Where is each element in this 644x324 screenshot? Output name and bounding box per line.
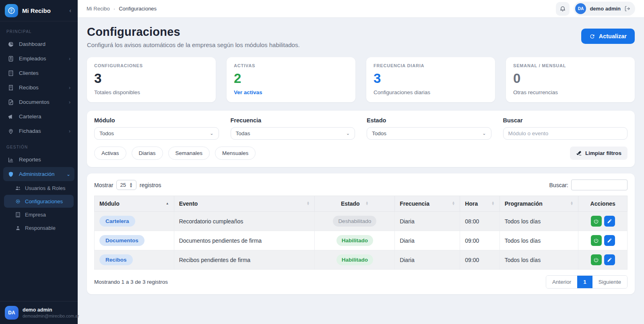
- nav-section-gestion: GESTIÓN: [0, 138, 78, 152]
- sidebar-item-cartelera[interactable]: Cartelera: [3, 109, 74, 124]
- topbar-right: DA demo admin: [556, 2, 635, 16]
- logout-icon[interactable]: [624, 6, 630, 12]
- stat-caption: Otras recurrencias: [513, 89, 627, 95]
- pagination-next[interactable]: Siguiente: [592, 276, 627, 288]
- status-select-value: Todos: [372, 130, 386, 136]
- sort-icon: ▲▼: [567, 202, 573, 206]
- sidebar-subitem-empresa[interactable]: Empresa: [4, 208, 74, 221]
- status-badge: Deshabilitado: [333, 216, 376, 227]
- quick-filter-diarias[interactable]: Diarias: [132, 147, 163, 160]
- chevron-right-icon: ›: [69, 128, 70, 134]
- table-footer-info: Mostrando 1 a 3 de 3 registros: [94, 279, 168, 285]
- sidebar-item-recibos[interactable]: Recibos ›: [3, 80, 74, 95]
- col-modulo[interactable]: Módulo▲: [95, 196, 174, 212]
- frequency-select[interactable]: Todas ⌄: [231, 127, 355, 140]
- quick-filter-semanales[interactable]: Semanales: [168, 147, 210, 160]
- sidebar-item-clientes[interactable]: Clientes: [3, 66, 74, 80]
- sidebar-subitem-usuarios-roles[interactable]: Usuarios & Roles: [4, 182, 74, 194]
- sidebar-user-email: demoadmin@mirecibo.com.ar: [23, 314, 79, 318]
- time-cell: 08:00: [460, 212, 500, 231]
- table-search-input[interactable]: [571, 180, 627, 190]
- sidebar-item-label: Cartelera: [19, 114, 41, 120]
- sidebar-item-label: Reportes: [19, 157, 41, 163]
- records-label: registros: [140, 182, 161, 188]
- module-badge: Documentos: [99, 235, 144, 246]
- toggle-power-button[interactable]: [591, 254, 602, 265]
- quick-filter-mensuales[interactable]: Mensuales: [215, 147, 256, 160]
- stat-cards: CONFIGURACIONES 3 Totales disponibles AC…: [87, 57, 635, 102]
- search-input[interactable]: [503, 127, 628, 140]
- page-size-value: 25: [120, 182, 126, 188]
- topbar: Mi Recibo · Configuraciones DA demo admi…: [78, 0, 644, 18]
- edit-button[interactable]: [604, 254, 615, 265]
- app-logo-icon: [5, 4, 18, 17]
- sidebar-collapse-icon[interactable]: ‹: [69, 7, 73, 14]
- users-icon: [14, 185, 21, 191]
- sort-icon: ▲▼: [303, 202, 310, 206]
- col-hora[interactable]: Hora▲▼: [460, 196, 500, 212]
- sidebar-item-dashboard[interactable]: Dashboard: [3, 37, 74, 51]
- filter-status-label: Estado: [367, 117, 491, 124]
- toggle-power-button[interactable]: [591, 216, 602, 227]
- schedule-cell: Todos los días: [500, 231, 578, 250]
- edit-button[interactable]: [604, 235, 615, 246]
- stat-caption: Configuraciones diarias: [374, 89, 488, 95]
- sidebar-item-label: Recibos: [19, 85, 39, 91]
- event-cell: Recibos pendientes de firma: [174, 250, 315, 270]
- clear-filters-label: Limpiar filtros: [585, 150, 621, 156]
- sidebar-user[interactable]: DA demo admin demoadmin@mirecibo.com.ar: [0, 301, 78, 324]
- edit-button[interactable]: [604, 216, 615, 227]
- sidebar-nav: PRINCIPAL Dashboard Empleados › Clientes…: [0, 21, 78, 301]
- page-size-select[interactable]: 25 ▲▼: [116, 180, 136, 190]
- sidebar-subitem-label: Configuraciones: [25, 198, 63, 204]
- sidebar-item-empleados[interactable]: Empleados ›: [3, 52, 74, 66]
- stat-value: 3: [374, 71, 488, 86]
- quick-filter-activas[interactable]: Activas: [94, 147, 126, 160]
- sidebar-item-documentos[interactable]: Documentos ›: [3, 95, 74, 109]
- avatar: DA: [575, 3, 586, 14]
- sort-icon: ▲▼: [488, 202, 495, 206]
- sidebar-item-label: Empleados: [19, 56, 46, 62]
- building-icon: [14, 211, 21, 218]
- sidebar-item-fichadas[interactable]: Fichadas ›: [3, 124, 74, 138]
- toggle-power-button[interactable]: [591, 235, 602, 246]
- breadcrumb-app[interactable]: Mi Recibo: [87, 6, 110, 12]
- clear-filters-button[interactable]: Limpiar filtros: [570, 147, 627, 160]
- filter-status: Estado Todos ⌄: [367, 117, 491, 140]
- sidebar-subitem-configuraciones[interactable]: Configuraciones: [4, 195, 74, 208]
- gears-icon: [14, 198, 21, 204]
- user-menu[interactable]: DA demo admin: [574, 2, 635, 16]
- time-cell: 09:00: [460, 231, 500, 250]
- stat-caption: Totales disponibles: [94, 89, 208, 95]
- col-estado[interactable]: Estado▲▼: [315, 196, 395, 212]
- sidebar-item-administracion[interactable]: Administración ⌄: [3, 167, 74, 181]
- stat-card-frecuencia-diaria: FRECUENCIA DIARIA 3 Configuraciones diar…: [366, 57, 495, 102]
- col-programacion[interactable]: Programación▲▼: [500, 196, 578, 212]
- col-evento[interactable]: Evento▲▼: [174, 196, 315, 212]
- sidebar-item-label: Documentos: [19, 99, 50, 105]
- module-select[interactable]: Todos ⌄: [94, 127, 219, 140]
- page-header: Configuraciones Configurá los avisos aut…: [87, 25, 635, 48]
- clients-icon: [7, 70, 14, 76]
- refresh-button[interactable]: Actualizar: [581, 29, 635, 44]
- sidebar-subitem-responsable[interactable]: Responsable: [4, 221, 74, 234]
- ver-activas-link[interactable]: Ver activas: [234, 89, 348, 95]
- sidebar-item-reportes[interactable]: Reportes: [3, 153, 74, 167]
- time-cell: 09:00: [460, 250, 500, 270]
- col-frecuencia[interactable]: Frecuencia▲▼: [395, 196, 460, 212]
- notifications-button[interactable]: [556, 2, 570, 16]
- chevron-right-icon: ›: [69, 99, 70, 105]
- avatar: DA: [5, 306, 19, 320]
- page-subtitle: Configurá los avisos automáticos de la e…: [87, 41, 300, 48]
- brand-name: Mi Recibo: [22, 7, 65, 14]
- status-select[interactable]: Todos ⌄: [367, 127, 491, 140]
- sidebar-item-label: Fichadas: [19, 128, 41, 134]
- stat-label: SEMANAL / MENSUAL: [513, 63, 627, 68]
- pagination-prev[interactable]: Anterior: [546, 276, 577, 288]
- pagination-page-1[interactable]: 1: [577, 276, 592, 288]
- filter-search: Buscar: [503, 117, 628, 140]
- eraser-icon: [576, 150, 582, 156]
- dashboard-icon: [7, 41, 14, 47]
- stat-card-configuraciones: CONFIGURACIONES 3 Totales disponibles: [87, 57, 216, 102]
- sidebar: Mi Recibo ‹ PRINCIPAL Dashboard Empleado…: [0, 0, 78, 324]
